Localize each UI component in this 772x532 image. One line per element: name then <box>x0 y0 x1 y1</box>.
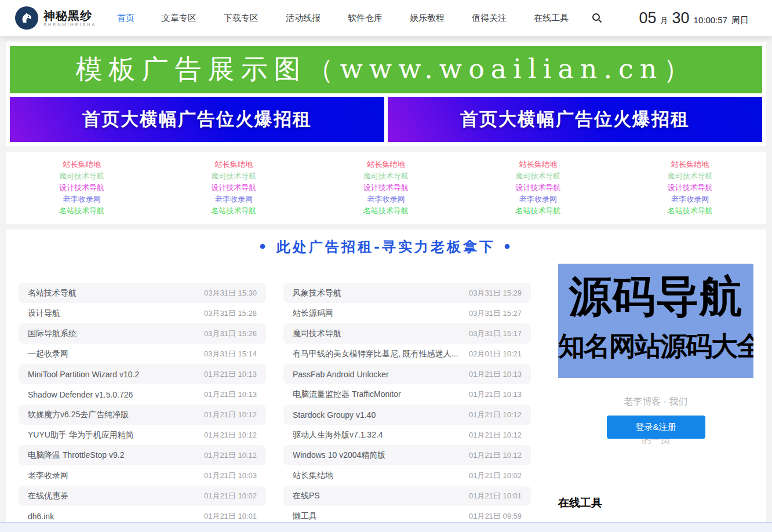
left-ad-banner[interactable]: 首页大横幅广告位火爆招租 <box>10 97 384 142</box>
list-item[interactable]: 电脑流量监控器 TrafficMonitor 01月21日 10:13 <box>283 384 531 405</box>
friend-link[interactable]: 老李收录网 <box>63 194 101 205</box>
right-ad-text: 首页大横幅广告位火爆招租 <box>460 107 690 132</box>
list-item[interactable]: 名站技术导航 03月31日 15:30 <box>19 283 266 303</box>
sidebar: 源码导航 知名网站源码大全 老李博客 - 我们 都是宇宙中渺小 的一员 登录&注… <box>558 264 753 522</box>
article-date: 01月21日 10:12 <box>204 410 257 420</box>
nav-item-4[interactable]: 活动线报 <box>286 13 321 24</box>
datetime-display: 05 月 30 10:00:57 周日 <box>639 9 749 27</box>
article-date: 01月21日 10:13 <box>469 369 522 380</box>
blog-motto: 老李博客 - 我们 都是宇宙中渺小 的一员 登录&注册 <box>558 392 753 449</box>
nav-item-5[interactable]: 软件仓库 <box>348 13 383 24</box>
article-title: 有马甲线的美女模特穿比基尼, 既有性感迷人... <box>293 349 458 359</box>
list-item[interactable]: 在线优惠券 01月21日 10:02 <box>19 486 266 506</box>
nav-item-2[interactable]: 文章专区 <box>162 13 196 24</box>
article-title: Shadow Defender v1.5.0.726 <box>28 390 133 399</box>
article-title: 魔司技术导航 <box>293 329 341 339</box>
friend-link[interactable]: 设计技术导航 <box>515 182 560 194</box>
article-date: 01月21日 10:03 <box>204 471 257 481</box>
search-icon[interactable] <box>592 13 602 23</box>
article-title: 风象技术导航 <box>293 288 341 298</box>
article-date: 01月21日 10:01 <box>469 491 522 501</box>
article-title: dh6.ink <box>28 512 54 521</box>
top-navbar: 神秘黑纱 SHENMIHEISHA 首页文章专区下载专区活动线报软件仓库娱乐教程… <box>0 0 772 36</box>
article-title: 站长源码网 <box>293 308 333 319</box>
friend-link[interactable]: 魔司技术导航 <box>515 170 560 182</box>
friend-links-column-2: 站长集结地魔司技术导航设计技术导航老李收录网名站技术导航 <box>158 159 309 217</box>
ad-rental-line[interactable]: • 此处广告招租-寻实力老板拿下 • <box>19 238 753 256</box>
friend-link[interactable]: 名站技术导航 <box>59 205 104 217</box>
list-item[interactable]: 有马甲线的美女模特穿比基尼, 既有性感迷人... 02月01日 10:21 <box>283 344 531 364</box>
friend-link[interactable]: 魔司技术导航 <box>668 170 713 182</box>
article-date: 01月21日 10:02 <box>469 471 522 481</box>
article-title: 电脑流量监控器 TrafficMonitor <box>293 389 401 400</box>
right-ad-banner[interactable]: 首页大横幅广告位火爆招租 <box>388 97 762 142</box>
article-date: 03月31日 15:29 <box>469 288 522 298</box>
list-item[interactable]: Shadow Defender v1.5.0.726 01月21日 10:13 <box>19 384 266 405</box>
article-title: 名站技术导航 <box>28 288 77 298</box>
login-register-button[interactable]: 登录&注册 <box>607 416 705 439</box>
list-item[interactable]: 驱动人生海外版v7.1.32.4 01月21日 10:12 <box>283 425 531 445</box>
friend-link[interactable]: 站长集结地 <box>63 159 101 170</box>
list-item[interactable]: Windows 10 v2004精简版 01月21日 10:12 <box>283 445 531 465</box>
friend-link[interactable]: 老李收录网 <box>215 194 253 205</box>
list-item[interactable]: 软媒魔方v6.25去广告纯净版 01月21日 10:12 <box>19 405 266 425</box>
list-item[interactable]: 在线PS 01月21日 10:01 <box>283 486 531 506</box>
friend-link[interactable]: 设计技术导航 <box>668 182 713 194</box>
list-item[interactable]: 国际导航系统 03月31日 15:26 <box>19 323 266 344</box>
list-item[interactable]: 站长集结地 01月21日 10:02 <box>283 465 531 486</box>
friend-link[interactable]: 老李收录网 <box>519 194 557 205</box>
friend-link[interactable]: 站长集结地 <box>519 159 557 170</box>
source-code-promo-image[interactable]: 源码导航 知名网站源码大全 <box>558 264 753 378</box>
article-date: 01月21日 10:12 <box>469 450 522 461</box>
promo-line2: 知名网站源码大全 <box>558 330 753 362</box>
list-item[interactable]: 风象技术导航 03月31日 15:29 <box>283 283 531 303</box>
site-title: 神秘黑纱 <box>43 9 96 22</box>
list-item[interactable]: 电脑降温 ThrottleStop v9.2 01月21日 10:12 <box>19 445 266 465</box>
nav-item-1[interactable]: 首页 <box>117 13 134 24</box>
friend-link[interactable]: 设计技术导航 <box>59 182 104 194</box>
clock-time: 10:00:57 <box>694 15 727 25</box>
friend-link[interactable]: 魔司技术导航 <box>363 170 409 182</box>
friend-link[interactable]: 名站技术导航 <box>212 205 257 217</box>
article-title: PassFab Android Unlocker <box>293 370 389 379</box>
nav-item-7[interactable]: 值得关注 <box>472 13 507 24</box>
article-title: 软媒魔方v6.25去广告纯净版 <box>28 410 129 420</box>
friend-link[interactable]: 魔司技术导航 <box>212 170 257 182</box>
site-subtitle: SHENMIHEISHA <box>43 22 96 27</box>
friend-link[interactable]: 名站技术导航 <box>363 205 409 217</box>
friend-link[interactable]: 设计技术导航 <box>363 182 409 194</box>
left-ad-text: 首页大横幅广告位火爆招租 <box>82 107 312 132</box>
list-item[interactable]: 一起收录网 03月31日 15:14 <box>19 344 266 364</box>
friend-link[interactable]: 魔司技术导航 <box>59 170 104 182</box>
top-ad-banner[interactable]: 模板广告展示图（www.woailian.cn） <box>10 46 762 93</box>
friend-link[interactable]: 站长集结地 <box>215 159 253 170</box>
article-date: 01月21日 10:12 <box>469 430 522 440</box>
friend-link[interactable]: 站长集结地 <box>367 159 405 170</box>
friend-link[interactable]: 设计技术导航 <box>212 182 257 194</box>
list-item[interactable]: PassFab Android Unlocker 01月21日 10:13 <box>283 364 531 384</box>
promo-line1: 源码导航 <box>558 272 753 322</box>
friend-link[interactable]: 名站技术导航 <box>515 205 560 217</box>
article-date: 01月21日 09:59 <box>469 511 522 522</box>
list-item[interactable]: YUYU助手 华为手机应用精简 01月21日 10:12 <box>19 425 266 445</box>
article-list-right: 风象技术导航 03月31日 15:29 站长源码网 03月31日 15:27 魔… <box>283 283 531 522</box>
list-item[interactable]: 懒工具 01月21日 09:59 <box>283 506 531 522</box>
list-item[interactable]: 魔司技术导航 03月31日 15:17 <box>283 323 531 344</box>
nav-item-6[interactable]: 娱乐教程 <box>410 13 445 24</box>
list-item[interactable]: MiniTool Partition Wizard v10.2 01月21日 1… <box>19 364 266 384</box>
list-item[interactable]: dh6.ink 01月21日 10:01 <box>19 506 266 522</box>
article-date: 01月21日 10:12 <box>204 430 257 440</box>
friend-link[interactable]: 站长集结地 <box>671 159 709 170</box>
friend-links-column-4: 站长集结地魔司技术导航设计技术导航老李收录网名站技术导航 <box>462 159 614 217</box>
list-item[interactable]: Stardock Groupy v1.40 01月21日 10:12 <box>283 405 531 425</box>
nav-item-8[interactable]: 在线工具 <box>534 13 569 24</box>
article-date: 03月31日 15:28 <box>204 308 257 319</box>
friend-link[interactable]: 老李收录网 <box>367 194 405 205</box>
list-item[interactable]: 站长源码网 03月31日 15:27 <box>283 303 531 323</box>
friend-link[interactable]: 老李收录网 <box>671 194 709 205</box>
site-logo[interactable]: 神秘黑纱 SHENMIHEISHA <box>15 6 96 30</box>
friend-link[interactable]: 名站技术导航 <box>668 205 713 217</box>
nav-item-3[interactable]: 下载专区 <box>224 13 258 24</box>
list-item[interactable]: 设计导航 03月31日 15:28 <box>19 303 266 323</box>
list-item[interactable]: 老李收录网 01月21日 10:03 <box>19 465 266 486</box>
